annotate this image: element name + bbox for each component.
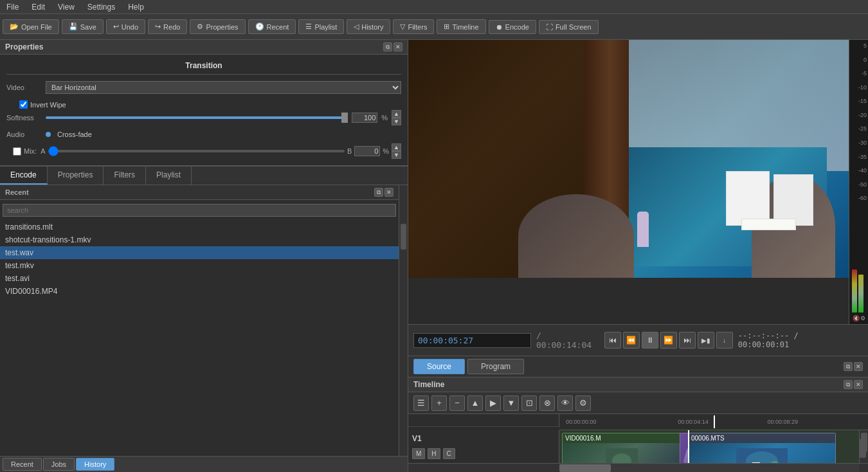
timeline-horizontal-scrollbar[interactable] [408, 463, 868, 472]
scroll-thumb[interactable] [559, 464, 611, 472]
file-item-test-wav[interactable]: test.wav [0, 246, 399, 259]
bottom-jobs-button[interactable]: Jobs [43, 458, 75, 471]
undo-button[interactable]: ↩ Undo [106, 19, 145, 34]
meter-label-20: -20 [858, 112, 867, 118]
timeline-float-button[interactable]: ⧉ [844, 380, 853, 389]
mix-b-label: B [347, 147, 352, 155]
save-button[interactable]: 💾 Save [62, 19, 104, 34]
panel-float-button[interactable]: ⧉ [383, 42, 392, 51]
file-item-shotcut-mkv[interactable]: shotcut-transitions-1.mkv [0, 233, 399, 246]
file-item-test-avi[interactable]: test.avi [0, 272, 399, 285]
search-input[interactable] [3, 204, 396, 217]
softness-up[interactable]: ▲ [392, 110, 401, 118]
loop-button[interactable]: ↓ [716, 332, 733, 349]
source-float-button[interactable]: ⧉ [844, 362, 853, 371]
track-v1-composite[interactable]: C [443, 448, 455, 459]
menubar: File Edit View Settings Help [0, 0, 868, 14]
invert-wipe-checkbox[interactable] [19, 100, 28, 109]
video-type-select[interactable]: Bar Horizontal Bar Vertical Diagonal [46, 81, 401, 94]
file-list-scrollbar[interactable] [399, 185, 408, 456]
tl-drop-button[interactable]: ▼ [503, 395, 519, 411]
mix-down[interactable]: ▼ [392, 151, 401, 159]
open-file-button[interactable]: 📂 Open File [3, 19, 59, 34]
tl-ripple-button[interactable]: 👁 [557, 395, 573, 411]
skip-end-button[interactable]: ⏭ [679, 332, 696, 349]
playlist-button[interactable]: ☰ Playlist [298, 19, 344, 34]
properties-button[interactable]: ⚙ Properties [190, 19, 245, 34]
timeline-scroll-thumb-bottom[interactable] [860, 439, 866, 458]
recent-button[interactable]: 🕐 Recent [248, 19, 296, 34]
clip-vid00016-label: VID00016.M [563, 433, 680, 443]
source-controls: ⧉ ✕ [844, 359, 863, 374]
menu-view[interactable]: View [51, 1, 81, 13]
mute-icon[interactable]: 🔇 [853, 315, 860, 322]
history-button[interactable]: ◁ History [347, 19, 390, 34]
menu-help[interactable]: Help [122, 1, 150, 13]
tl-forward-button[interactable]: ▶ [485, 395, 501, 411]
softness-slider[interactable] [46, 116, 348, 119]
mix-value[interactable] [354, 146, 380, 156]
tab-playlist[interactable]: Playlist [146, 167, 192, 185]
softness-row: Softness % ▲ ▼ [6, 110, 401, 125]
tab-filters[interactable]: Filters [104, 167, 146, 185]
timeline-close-button[interactable]: ✕ [854, 380, 863, 389]
tl-lift-button[interactable]: ▲ [467, 395, 483, 411]
file-list-controls: ⧉ ✕ [374, 188, 393, 197]
tl-menu-button[interactable]: ☰ [413, 395, 429, 411]
timeline-button[interactable]: ⊞ Timeline [437, 19, 485, 34]
skip-start-button[interactable]: ⏮ [604, 332, 621, 349]
tl-remove-button[interactable]: − [449, 395, 465, 411]
recent-label: Recent [5, 188, 29, 196]
file-item-test-mkv[interactable]: test.mkv [0, 259, 399, 272]
track-v1-hide[interactable]: H [428, 448, 440, 459]
softness-down[interactable]: ▼ [392, 118, 401, 125]
menu-settings[interactable]: Settings [81, 1, 122, 13]
meter-label-10: -10 [858, 84, 867, 91]
audio-type-row: Audio Cross-fade [6, 131, 401, 138]
file-item-vid00016[interactable]: VID00016.MP4 [0, 285, 399, 298]
audio-label: Audio [6, 131, 42, 138]
source-button[interactable]: Source [413, 359, 465, 374]
track-v1-mute[interactable]: M [412, 448, 425, 459]
tl-add-button[interactable]: + [431, 395, 447, 411]
mix-slider[interactable] [48, 150, 345, 152]
tl-snap-button[interactable]: ⊗ [539, 395, 555, 411]
file-list-float-button[interactable]: ⧉ [374, 188, 383, 197]
tl-overwrite-button[interactable]: ⊡ [521, 395, 537, 411]
file-list-close-button[interactable]: ✕ [384, 188, 393, 197]
timeline-vertical-scrollbar[interactable] [859, 430, 868, 463]
source-close-button[interactable]: ✕ [854, 362, 863, 371]
filters-button[interactable]: ▽ Filters [393, 19, 434, 34]
mix-checkbox[interactable] [13, 147, 21, 156]
fullscreen-button[interactable]: ⛶ Full Screen [539, 20, 599, 34]
file-item-transitions-mlt[interactable]: transitions.mlt [0, 221, 399, 233]
encode-button[interactable]: ⏺ Encode [489, 20, 536, 34]
meter-bar-left [852, 269, 857, 313]
play-button[interactable]: ⏩ [660, 332, 677, 349]
mix-up[interactable]: ▲ [392, 143, 401, 151]
panel-close-button[interactable]: ✕ [393, 42, 402, 51]
timeline-ruler-area: 00:00:00:00 00:00:04:14 00:00:08:29 [408, 414, 868, 430]
redo-button[interactable]: ↪ Redo [148, 19, 187, 34]
tl-settings-button[interactable]: ⚙ [575, 395, 591, 411]
play-mode-button[interactable]: ▶▮ [698, 332, 714, 349]
menu-file[interactable]: File [0, 1, 25, 13]
pause-button[interactable]: ⏸ [642, 332, 658, 349]
tab-properties[interactable]: Properties [48, 167, 104, 185]
timecode-current[interactable] [413, 333, 531, 348]
thumb2-svg [736, 448, 788, 464]
bottom-history-button[interactable]: History [76, 458, 114, 471]
rewind-button[interactable]: ⏪ [623, 332, 640, 349]
clip-vid00016[interactable]: VID00016.M [562, 433, 681, 463]
settings-icon[interactable]: ⚙ [860, 315, 865, 322]
clip-00006mts-thumb [689, 443, 835, 463]
menu-edit[interactable]: Edit [25, 1, 51, 13]
tab-encode[interactable]: Encode [0, 167, 48, 185]
softness-value[interactable] [352, 113, 377, 123]
transport-controls: ⏮ ⏪ ⏸ ⏩ ⏭ ▶▮ ↓ [604, 332, 733, 349]
program-button[interactable]: Program [467, 359, 524, 374]
meter-label-50: -50 [858, 181, 867, 188]
bottom-recent-button[interactable]: Recent [3, 458, 42, 471]
clip-00006mts[interactable]: 00006.MTS [688, 433, 836, 463]
playhead-indicator [714, 415, 715, 428]
